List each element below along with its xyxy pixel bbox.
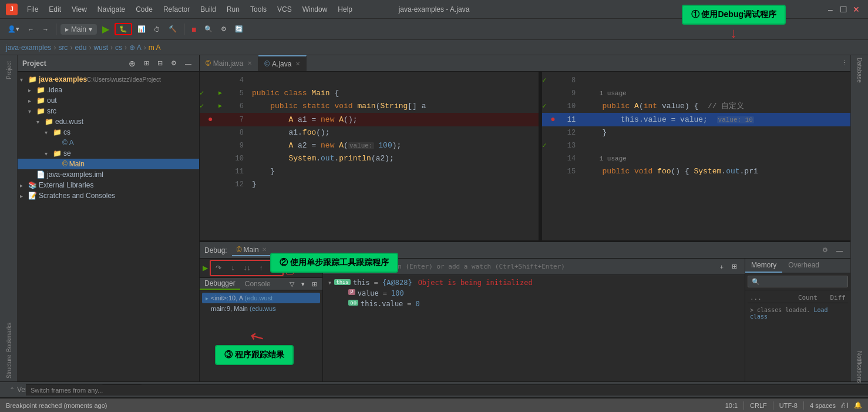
breadcrumb-edu[interactable]: edu [75,43,86,52]
breadcrumb-src[interactable]: src [58,43,68,52]
tree-arrow-idea[interactable]: ▸ [28,87,36,93]
memory-tab[interactable]: Memory [745,259,782,273]
tab-main-close[interactable]: ✕ [247,60,252,66]
tab-main-java[interactable]: © Main.java ✕ [200,55,258,72]
menu-refactor[interactable]: Refactor [159,3,194,16]
menu-view[interactable]: View [67,3,92,16]
step-over-button[interactable]: ↷ [212,262,225,274]
menu-vcs[interactable]: VCS [272,3,297,16]
build-button[interactable]: 🔨 [166,24,180,35]
project-sidebar-icon[interactable]: Project [1,55,17,85]
step-out-button[interactable]: ↑ [254,262,267,274]
code-pane-a[interactable]: ✓ 8 9 1 usage ✓ [540,72,850,240]
menu-edit[interactable]: Edit [44,3,66,16]
debug-settings-button[interactable]: ⚙ [819,244,831,256]
var-expand-this[interactable]: ▾ [328,279,332,287]
menu-help[interactable]: Help [333,3,357,16]
tree-se[interactable]: ▾ 📁 se [18,148,199,159]
maximize-button[interactable]: ☐ [837,4,849,15]
tree-cs[interactable]: ▾ 📁 cs [18,127,199,138]
breadcrumb-wust[interactable]: wust [93,43,108,52]
tree-idea[interactable]: ▸ 📁 .idea [18,85,199,95]
status-notifications[interactable]: 🔔 [854,401,862,410]
bookmarks-sidebar-icon[interactable]: Bookmarks [1,323,17,352]
project-toolbar-new[interactable]: ⊕ [126,57,139,70]
minimize-button[interactable]: – [825,4,836,15]
frames-restore[interactable]: ⊞ [309,279,320,290]
frame-item-main[interactable]: ▸ main:9, Main (edu.wus [202,303,320,314]
breadcrumb-class-A[interactable]: ⊕ A [129,43,142,52]
tree-iml[interactable]: 📄 java-examples.iml [18,169,199,180]
tree-scratches[interactable]: ▸ 📝 Scratches and Consoles [18,190,199,201]
tree-Main[interactable]: © Main [18,159,199,169]
tree-A[interactable]: © A [18,138,199,148]
structure-sidebar-icon[interactable]: Structure [1,352,17,381]
settings-button[interactable]: ⚙ [218,24,230,35]
tree-arrow-edu[interactable]: ▾ [36,119,45,125]
project-toolbar-collapse[interactable]: ⊟ [154,58,166,69]
tree-edu-wust[interactable]: ▾ 📁 edu.wust [18,116,199,127]
database-sidebar-icon[interactable]: Database [852,55,868,85]
menu-code[interactable]: Code [131,3,157,16]
menu-run[interactable]: Run [222,3,244,16]
project-panel-close[interactable]: — [182,58,194,69]
tree-out[interactable]: ▸ 📁 out [18,95,199,106]
breadcrumb-project[interactable]: java-examples [6,43,51,52]
run-button[interactable]: ▶ [99,22,112,36]
console-tab-button[interactable]: Console [240,278,275,290]
watch-settings-button[interactable]: ⊞ [729,261,740,272]
tree-arrow-se[interactable]: ▾ [45,150,53,157]
tree-external[interactable]: ▸ 📚 External Libraries [18,180,199,190]
status-position[interactable]: 10:1 [725,401,738,410]
status-indent[interactable]: 4 spaces [810,401,836,410]
tree-arrow-src[interactable]: ▾ [28,108,36,115]
tree-arrow-cs[interactable]: ▾ [45,129,53,136]
menu-tools[interactable]: Tools [245,3,271,16]
debugger-tab-button[interactable]: Debugger [200,278,240,290]
breadcrumb-method-A[interactable]: m A [149,43,161,52]
resume-button[interactable]: ▶ [202,262,208,274]
step-into-button[interactable]: ↓ [226,262,239,274]
status-encoding[interactable]: UTF-8 [779,401,798,410]
menu-window[interactable]: Window [298,3,332,16]
search-button[interactable]: 🔍 [201,24,216,35]
profile-button[interactable]: 👤▾ [5,24,22,35]
menu-build[interactable]: Build [196,3,221,16]
close-button[interactable]: ✕ [850,4,862,15]
step-into-my-code-button[interactable]: ↓↓ [240,262,253,274]
frame-item-init[interactable]: ▸ <init>:10, A (edu.wust [202,293,320,303]
debug-button[interactable]: 🐛 [115,23,132,35]
tree-arrow-root[interactable]: ▾ [20,76,28,83]
tree-src[interactable]: ▾ 📁 src [18,106,199,116]
profile-run-button[interactable]: ⏱ [151,24,163,35]
tab-a-close[interactable]: ✕ [295,61,300,67]
code-pane-main[interactable]: 4 ✓ ▶ 5 public class Main { ✓ [200,72,539,240]
stop-button[interactable]: ■ [189,23,199,36]
filter-button[interactable]: ▽ [287,279,297,290]
coverage-button[interactable]: 📊 [134,24,149,35]
memory-search-input[interactable] [748,276,848,287]
project-toolbar-settings[interactable]: ⚙ [168,58,180,69]
forward-button[interactable]: → [39,24,52,35]
watch-add-button[interactable]: + [717,262,726,272]
back-button[interactable]: ← [25,24,37,35]
debug-main-tab[interactable]: © Main ✕ [232,244,271,256]
run-config-selector[interactable]: ▸ Main ▾ [60,24,97,35]
menu-file[interactable]: File [22,3,43,16]
breadcrumb-cs[interactable]: cs [115,43,122,52]
notifications-sidebar-icon[interactable]: Notifications [852,352,868,381]
tab-a-java[interactable]: © A.java ✕ [258,55,307,72]
tree-root[interactable]: ▾ 📁 java-examples C:\Users\wustzz\IdeaPr… [18,74,199,85]
overhead-tab[interactable]: Overhead [782,259,825,273]
debug-minimize-button[interactable]: — [833,245,846,256]
update-button[interactable]: 🔄 [232,24,246,35]
tab-more-button[interactable]: ⋮ [838,58,850,69]
menu-navigate[interactable]: Navigate [93,3,130,16]
debug-main-close[interactable]: ✕ [262,246,267,253]
project-toolbar-locate[interactable]: ⊞ [141,58,152,69]
status-line-ending[interactable]: CRLF [750,401,767,410]
tree-arrow-external[interactable]: ▸ [20,182,28,189]
tab-overflow-button[interactable]: ⋮ [838,58,850,69]
tree-arrow-out[interactable]: ▸ [28,98,36,104]
tree-arrow-scratches[interactable]: ▸ [20,193,28,199]
